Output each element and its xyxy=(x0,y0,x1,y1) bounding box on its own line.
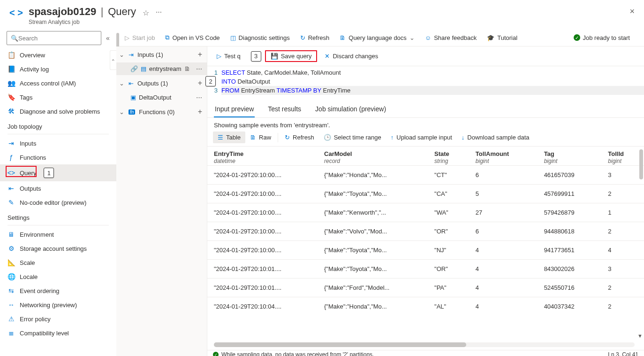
tree-functions-header[interactable]: ⌄ fn Functions (0) + xyxy=(116,104,207,120)
col-entrytime[interactable]: EntryTimedatetime xyxy=(207,147,318,166)
nav-item-compatibility-level[interactable]: ≣Compatibility level xyxy=(0,326,116,340)
save-query-button[interactable]: 💾Save query xyxy=(265,50,318,62)
col-carmodel[interactable]: CarModelrecord xyxy=(318,147,428,166)
add-function-icon[interactable]: + xyxy=(198,108,202,116)
status-ok-icon xyxy=(574,34,580,41)
col-tag[interactable]: Tagbigint xyxy=(538,147,602,166)
nav-item-event-ordering[interactable]: ⇆Event ordering xyxy=(0,284,116,298)
upload-sample-button[interactable]: ↑Upload sample input xyxy=(386,132,457,143)
section-settings: Settings xyxy=(0,209,116,224)
open-vscode-button[interactable]: ⧉Open in VS Code xyxy=(164,32,220,43)
table-cell: {"Make":"Ford","Model... xyxy=(318,279,428,297)
tree-outputs-header[interactable]: ⌄ ⇤ Outputs (1) + xyxy=(116,75,207,91)
nav-item-inputs[interactable]: ⇥Inputs xyxy=(0,136,116,150)
nav-label: Environment xyxy=(20,231,54,238)
nav-item-functions[interactable]: ƒFunctions xyxy=(0,150,116,164)
download-sample-button[interactable]: ↓Download sample data xyxy=(457,132,534,143)
tree-input-entrystream[interactable]: 🔗 ▤ entrystream 🗎 ⋯ xyxy=(116,62,207,75)
add-input-icon[interactable]: + xyxy=(198,50,202,59)
table-cell: {"Make":"Honda","Mo... xyxy=(318,166,428,185)
test-query-button[interactable]: ▷Test q xyxy=(213,51,244,62)
table-row[interactable]: "2024-01-29T20:10:00....{"Make":"Honda",… xyxy=(207,166,644,185)
table-cell: 404037342 xyxy=(538,297,602,316)
col-tollid[interactable]: TollIdbigint xyxy=(601,147,644,166)
table-cell: 3 xyxy=(601,166,644,185)
nav-item-diagnose-and-solve-problems[interactable]: 🛠Diagnose and solve problems xyxy=(0,104,116,118)
tutorial-button[interactable]: 🎓Tutorial xyxy=(486,32,518,43)
table-row[interactable]: "2024-01-29T20:10:01....{"Make":"Toyota"… xyxy=(207,260,644,279)
outputs-icon: ⇤ xyxy=(129,80,134,87)
table-cell: "2024-01-29T20:10:00.... xyxy=(207,203,318,222)
scroll-down-icon[interactable]: ▼ xyxy=(637,333,643,339)
nav-label: Functions xyxy=(20,154,46,161)
preview-refresh-button[interactable]: ↻Refresh xyxy=(280,132,319,143)
nav-label: Diagnose and solve problems xyxy=(20,108,100,115)
start-job-button[interactable]: ▷Start job xyxy=(124,32,156,43)
table-cell: 2 xyxy=(601,222,644,241)
more-icon[interactable]: ⋯ xyxy=(196,65,202,72)
nav-icon: ↔ xyxy=(8,301,15,309)
table-row[interactable]: "2024-01-29T20:10:01....{"Make":"Ford","… xyxy=(207,279,644,297)
table-row[interactable]: "2024-01-29T20:10:00....{"Make":"Kenwort… xyxy=(207,203,644,222)
diagnostic-settings-button[interactable]: ◫Diagnostic settings xyxy=(229,32,291,43)
share-feedback-button[interactable]: ☺Share feedback xyxy=(424,32,477,43)
tree-output-deltaoutput[interactable]: ▣ DeltaOutput ⋯ xyxy=(116,91,207,104)
table-cell: 4 xyxy=(601,241,644,260)
nav-item-error-policy[interactable]: ⚠Error policy xyxy=(0,312,116,326)
chevron-down-icon: ⌄ xyxy=(119,108,125,116)
nav-label: No-code editor (preview) xyxy=(20,199,86,206)
nav-item-tags[interactable]: 🔖Tags xyxy=(0,90,116,104)
nav-item-networking-preview-[interactable]: ↔Networking (preview) xyxy=(0,298,116,312)
statusbar: While sampling data, no data was receive… xyxy=(207,350,644,356)
refresh-button[interactable]: ↻Refresh xyxy=(299,32,331,43)
preview-grid: EntryTimedatetimeCarModelrecordStatestri… xyxy=(207,146,644,350)
nav-label: Event ordering xyxy=(20,287,60,294)
nav-item-no-code-editor-preview-[interactable]: ✎No-code editor (preview) xyxy=(0,195,116,209)
table-row[interactable]: "2024-01-29T20:10:00....{"Make":"Toyota"… xyxy=(207,185,644,203)
tab-test-results[interactable]: Test results xyxy=(267,102,302,117)
table-cell: 944880618 xyxy=(538,222,602,241)
nav-item-query[interactable]: <>Query1 xyxy=(0,164,116,181)
col-state[interactable]: Statestring xyxy=(428,147,469,166)
nav-icon: ⇥ xyxy=(8,139,15,147)
tab-input-preview[interactable]: Input preview xyxy=(214,102,255,117)
nav-item-overview[interactable]: 📋Overview xyxy=(0,48,116,62)
view-table-button[interactable]: ☰Table xyxy=(213,132,245,143)
nav-item-storage-account-settings[interactable]: ⚙Storage account settings xyxy=(0,241,116,255)
table-cell: "CT" xyxy=(428,166,469,185)
query-editor[interactable]: 1 2 3 SELECT State, CarModel.Make, TollA… xyxy=(207,66,644,100)
tree-collapse-handle[interactable]: ‹ xyxy=(110,50,116,70)
nav-item-environment[interactable]: 🖥Environment xyxy=(0,227,116,241)
table-row[interactable]: "2024-01-29T20:10:04....{"Make":"Honda",… xyxy=(207,297,644,316)
table-cell: "2024-01-29T20:10:01.... xyxy=(207,279,318,297)
nav-item-activity-log[interactable]: 📘Activity log xyxy=(0,62,116,76)
vertical-scrollbar[interactable] xyxy=(639,149,643,179)
search-input[interactable]: 🔍 xyxy=(7,31,101,45)
nav-label: Outputs xyxy=(20,185,41,192)
query-docs-button[interactable]: 🗎Query language docs ⌄ xyxy=(339,32,416,43)
nav-item-locale[interactable]: 🌐Locale xyxy=(0,270,116,284)
view-raw-button[interactable]: 🗎Raw xyxy=(245,132,276,143)
nav-icon: 🖥 xyxy=(8,231,15,238)
table-row[interactable]: "2024-01-29T20:10:00....{"Make":"Toyota"… xyxy=(207,241,644,260)
nav-item-access-control-iam-[interactable]: 👥Access control (IAM) xyxy=(0,76,116,90)
close-icon[interactable]: × xyxy=(629,7,635,16)
more-icon[interactable]: ⋯ xyxy=(156,8,162,15)
more-icon[interactable]: ⋯ xyxy=(196,94,202,101)
tree-inputs-header[interactable]: ⌄ ⇥ Inputs (1) + xyxy=(116,46,207,62)
table-cell: {"Make":"Kenworth","... xyxy=(318,203,428,222)
table-cell: {"Make":"Volvo","Mod... xyxy=(318,222,428,241)
collapse-nav-icon[interactable]: « xyxy=(104,32,112,44)
select-time-range-button[interactable]: 🕒Select time range xyxy=(319,132,386,143)
table-cell: "2024-01-29T20:10:04.... xyxy=(207,297,318,316)
discard-changes-button[interactable]: ✕Discard changes xyxy=(321,51,382,62)
tab-job-simulation[interactable]: Job simulation (preview) xyxy=(314,102,387,117)
nav-item-scale[interactable]: 📐Scale xyxy=(0,255,116,270)
favorite-star-icon[interactable]: ☆ xyxy=(143,8,149,17)
nav-item-outputs[interactable]: ⇤Outputs xyxy=(0,181,116,195)
horizontal-scrollbar[interactable] xyxy=(214,342,635,347)
add-output-icon[interactable]: + xyxy=(198,79,202,87)
col-tollamount[interactable]: TollAmountbigint xyxy=(469,147,538,166)
table-row[interactable]: "2024-01-29T20:10:00....{"Make":"Volvo",… xyxy=(207,222,644,241)
table-cell: 6 xyxy=(469,222,538,241)
